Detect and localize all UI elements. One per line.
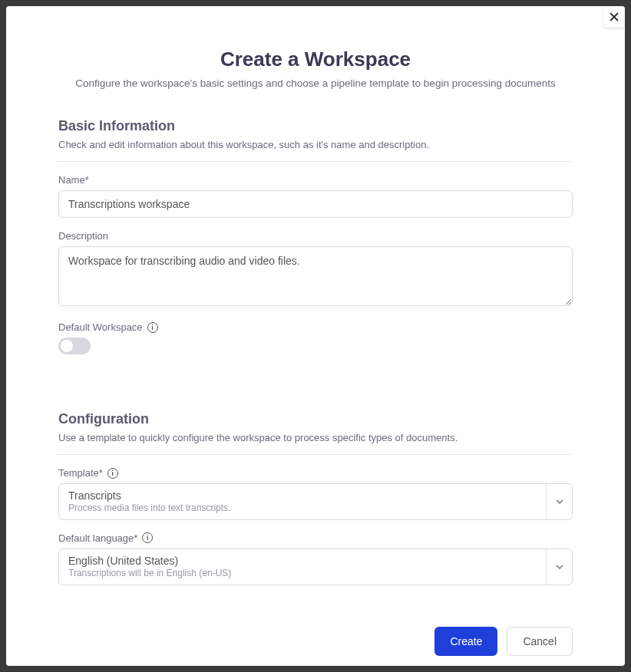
section-title-basic: Basic Information [58,118,573,134]
modal-header: Create a Workspace Configure the workspa… [58,48,573,89]
default-workspace-label: Default Workspace i [58,321,573,333]
divider [58,454,573,455]
template-label: Template* i [58,467,573,479]
info-icon[interactable]: i [107,468,118,479]
language-hint: Transcriptions will be in English (en-US… [68,568,537,580]
template-select[interactable]: Transcripts Process media files into tex… [58,483,573,520]
chevron-down-icon [546,484,572,519]
template-select-content: Transcripts Process media files into tex… [59,484,546,519]
description-input[interactable]: Workspace for transcribing audio and vid… [58,246,573,306]
modal-title: Create a Workspace [58,48,573,71]
default-workspace-field: Default Workspace i [58,321,573,354]
language-field: Default language* i English (United Stat… [58,532,573,585]
basic-information-section: Basic Information Check and edit informa… [58,118,573,354]
description-label: Description [58,230,573,242]
toggle-knob [61,340,73,352]
language-label-text: Default language* [58,532,137,544]
section-desc-basic: Check and edit information about this wo… [58,139,573,150]
name-label: Name* [58,174,573,186]
language-select-content: English (United States) Transcriptions w… [59,549,546,585]
modal-subtitle: Configure the workspace's basic settings… [58,77,573,89]
language-select[interactable]: English (United States) Transcriptions w… [58,548,573,585]
chevron-down-icon [546,549,572,585]
name-field: Name* [58,174,573,218]
close-button[interactable] [603,6,625,28]
info-icon[interactable]: i [147,322,158,333]
template-value: Transcripts [68,489,537,502]
template-field: Template* i Transcripts Process media fi… [58,467,573,520]
default-workspace-toggle[interactable] [58,338,91,354]
section-desc-config: Use a template to quickly configure the … [58,432,573,443]
info-icon[interactable]: i [142,532,153,543]
name-input[interactable] [58,190,573,218]
template-hint: Process media files into text transcript… [68,502,537,515]
divider [58,161,573,162]
close-icon [609,12,619,22]
configuration-section: Configuration Use a template to quickly … [58,411,573,585]
create-workspace-modal: Create a Workspace Configure the workspa… [6,6,625,666]
language-label: Default language* i [58,532,573,544]
modal-footer: Create Cancel [58,627,573,656]
default-workspace-label-text: Default Workspace [58,321,143,333]
cancel-button[interactable]: Cancel [507,627,573,656]
section-title-config: Configuration [58,411,573,427]
description-field: Description Workspace for transcribing a… [58,230,573,309]
create-button[interactable]: Create [434,627,497,656]
language-value: English (United States) [68,554,537,568]
template-label-text: Template* [58,467,103,479]
